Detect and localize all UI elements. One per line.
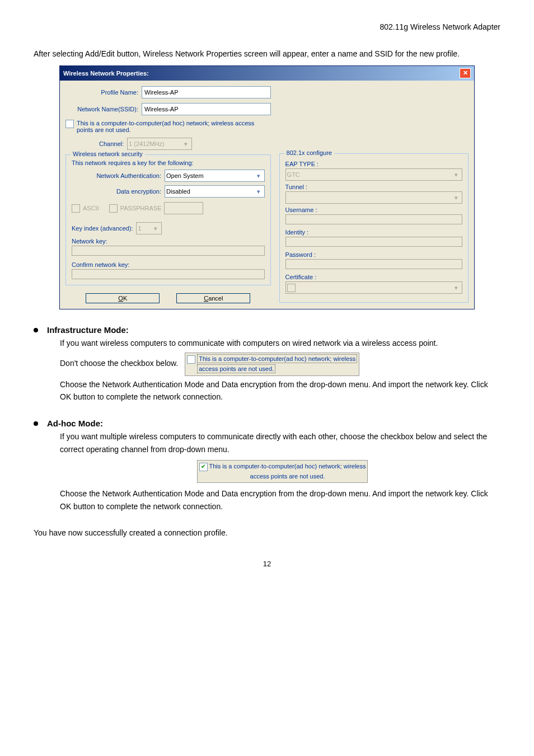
8021x-legend: 802.1x configure	[284, 149, 334, 156]
auth-label: Network Authentication:	[72, 172, 165, 179]
adhoc-heading: Ad-hoc Mode:	[34, 419, 500, 428]
channel-value: 1 (2412MHz)	[129, 140, 165, 147]
eap-select: GTC ▾	[285, 168, 462, 181]
page-header: 802.11g Wireless Network Adapter	[34, 22, 500, 31]
tunnel-label: Tunnel :	[285, 184, 462, 190]
snippet-line1: This is a computer-to-computer(ad hoc) n…	[199, 355, 355, 362]
key-index-label: Key index (advanced):	[72, 225, 133, 232]
snippet-checkbox-checked: ✔	[199, 463, 208, 471]
snippet-line2: access points are not used.	[197, 364, 275, 373]
chevron-down-icon: ▾	[452, 284, 461, 292]
key-index-select: 1 ▾	[136, 222, 162, 234]
snippet-checkbox-unchecked	[187, 355, 195, 364]
eap-type-label: EAP TYPE :	[285, 161, 462, 167]
certificate-label: Certificate :	[285, 274, 462, 280]
auth-value: Open System	[166, 172, 204, 179]
page-number: 12	[34, 560, 500, 568]
adhoc-snippet: ✔This is a computer-to-computer(ad hoc) …	[197, 460, 368, 483]
auth-select[interactable]: Open System ▾	[165, 170, 265, 182]
identity-label: Identity :	[285, 229, 462, 236]
chevron-down-icon: ▾	[254, 172, 263, 180]
ok-button[interactable]: OK	[86, 293, 160, 303]
snippet2-line1: This is a computer-to-computer(ad hoc) n…	[209, 463, 366, 469]
ssid-label: Network Name(SSID):	[65, 106, 142, 112]
passphrase-checkbox	[109, 204, 118, 213]
adhoc-title: Ad-hoc Mode:	[47, 419, 103, 428]
cancel-text: ancel	[208, 295, 223, 302]
wireless-properties-dialog: Wireless Network Properties: ✕ Profile N…	[59, 65, 475, 309]
ssid-input[interactable]	[142, 103, 271, 115]
username-input	[285, 214, 462, 224]
bullet-icon	[34, 328, 38, 332]
close-icon[interactable]: ✕	[460, 68, 471, 78]
bullet-icon	[34, 421, 38, 426]
key-index-value: 1	[138, 225, 141, 232]
infra-p2: Choose the Network Authentication Mode a…	[60, 378, 500, 403]
password-label: Password :	[285, 251, 462, 258]
wireless-security-fieldset: Wireless network security This network r…	[65, 154, 271, 285]
cancel-button[interactable]: Cancel	[176, 293, 250, 303]
chevron-down-icon: ▾	[254, 188, 263, 195]
final-paragraph: You have now successfully created a conn…	[34, 528, 500, 537]
enc-select[interactable]: Disabled ▾	[165, 185, 265, 198]
username-label: Username :	[285, 206, 462, 213]
ascii-label: ASCII	[83, 205, 99, 212]
certificate-select: ▾	[285, 281, 462, 294]
dialog-titlebar: Wireless Network Properties: ✕	[60, 66, 474, 81]
enc-value: Disabled	[166, 188, 190, 195]
passphrase-label: PASSPHRASE	[120, 205, 162, 212]
chevron-down-icon: ▾	[181, 140, 190, 148]
certificate-checkbox	[287, 284, 296, 292]
adhoc-checkbox[interactable]	[65, 120, 74, 128]
network-key-label: Network key:	[72, 238, 265, 245]
infra-heading: Infrastructure Mode:	[34, 325, 500, 335]
adhoc-p1: If you want multiple wireless computers …	[60, 430, 500, 456]
infra-snippet: This is a computer-to-computer(ad hoc) n…	[185, 353, 359, 375]
infra-p1: If you want wireless computers to commun…	[60, 337, 500, 349]
dialog-title-text: Wireless Network Properties:	[63, 70, 149, 77]
adhoc-checkbox-label: This is a computer-to-computer(ad hoc) n…	[77, 120, 271, 133]
chevron-down-icon: ▾	[452, 171, 461, 179]
wns-heading: This network requires a key for the foll…	[72, 159, 265, 166]
snippet2-line2: access points are not used.	[250, 473, 325, 480]
channel-label: Channel:	[99, 140, 127, 147]
profile-name-label: Profile Name:	[65, 89, 142, 96]
adhoc-p2: Choose the Network Authentication Mode a…	[60, 487, 500, 513]
infra-dont-choose: Don't choose the checkbox below.	[60, 359, 178, 368]
identity-input	[285, 237, 462, 247]
infra-title: Infrastructure Mode:	[47, 325, 129, 335]
confirm-key-label: Confirm network key:	[72, 261, 265, 268]
password-input	[285, 259, 462, 269]
wns-legend: Wireless network security	[71, 151, 145, 157]
ok-text: K	[123, 295, 127, 302]
intro-paragraph: After selecting Add/Edit button, Wireles…	[34, 48, 500, 60]
enc-label: Data encryption:	[72, 188, 165, 195]
8021x-fieldset: 802.1x configure EAP TYPE : GTC ▾ Tunnel…	[279, 153, 469, 303]
ascii-checkbox	[72, 204, 80, 213]
profile-name-input[interactable]	[142, 86, 271, 98]
confirm-key-input	[72, 269, 265, 279]
chevron-down-icon: ▾	[151, 225, 160, 232]
tunnel-select: ▾	[285, 191, 462, 204]
eap-value: GTC	[287, 171, 300, 178]
channel-select: 1 (2412MHz) ▾	[127, 138, 192, 150]
passphrase-input	[164, 202, 203, 214]
network-key-input	[72, 246, 265, 256]
chevron-down-icon: ▾	[452, 194, 461, 201]
